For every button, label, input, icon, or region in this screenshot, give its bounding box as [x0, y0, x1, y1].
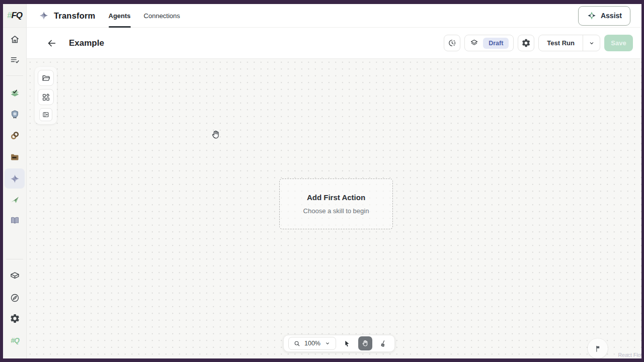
transform-logo-icon — [39, 11, 49, 21]
page-title: Example — [69, 38, 104, 48]
canvas-tool-palette — [35, 67, 57, 124]
cursor-arrow-icon — [343, 339, 351, 348]
pan-tool-button[interactable] — [358, 336, 372, 350]
test-run-button[interactable]: Test Run — [538, 35, 600, 51]
sidebar-item-skills[interactable] — [8, 86, 22, 100]
back-arrow-icon — [46, 38, 57, 49]
react-flow-attribution: React Flow — [618, 352, 641, 358]
components-button[interactable] — [38, 89, 54, 105]
linked-rings-icon — [10, 130, 20, 141]
shield-agent-icon — [10, 109, 20, 120]
placeholder-subtitle: Choose a skill to begin — [303, 207, 369, 215]
open-book-icon — [10, 215, 20, 226]
shapes-grid-icon — [41, 93, 51, 102]
report-flag-button[interactable] — [588, 338, 608, 358]
home-icon — [10, 34, 20, 45]
sidebar-item-agents[interactable] — [8, 107, 22, 121]
side-panel-icon — [42, 111, 50, 119]
paper-plane-icon — [10, 195, 20, 205]
sidebar-item-files[interactable] — [8, 150, 22, 164]
sidebar-item-learn[interactable] — [8, 269, 22, 283]
top-navigation-bar: Transform Agents Connections Assist — [27, 4, 641, 28]
back-button[interactable] — [45, 36, 59, 50]
tab-connections[interactable]: Connections — [144, 4, 180, 28]
save-button[interactable]: Save — [604, 35, 633, 51]
sidebar-item-explore[interactable] — [8, 291, 22, 305]
zoom-dropdown[interactable]: 100% — [288, 337, 336, 350]
sidebar-item-tasks[interactable] — [8, 53, 22, 67]
placeholder-title: Add First Action — [307, 193, 365, 202]
green-layers-check-icon — [10, 88, 20, 99]
sidebar-item-assistant[interactable] — [8, 171, 22, 186]
sparkle-icon — [10, 173, 20, 184]
gear-icon — [10, 313, 20, 324]
header-actions: Draft Test Run Save — [444, 35, 633, 51]
chevron-down-icon — [588, 39, 596, 47]
canvas-toolbar: 100% — [283, 335, 395, 352]
assist-sparkle-icon — [587, 11, 597, 21]
test-run-dropdown[interactable] — [583, 35, 600, 51]
zoom-level: 100% — [304, 340, 320, 347]
sidebar-item-library[interactable] — [8, 213, 22, 227]
sidebar-divider — [6, 75, 23, 76]
sidebar-item-connections[interactable] — [8, 128, 22, 142]
hand-icon — [361, 339, 369, 347]
package-box-icon — [10, 271, 20, 282]
sidebar-item-publish[interactable] — [8, 193, 22, 207]
magnifier-icon — [293, 340, 301, 347]
gear-icon — [521, 38, 531, 48]
tab-agents[interactable]: Agents — [109, 4, 131, 28]
folder-icon — [10, 152, 20, 162]
flow-canvas[interactable]: Add First Action Choose a skill to begin… — [27, 59, 641, 358]
task-list-check-icon — [10, 55, 20, 65]
assist-button[interactable]: Assist — [578, 6, 630, 26]
grab-hand-cursor — [210, 129, 221, 140]
broom-icon — [379, 339, 387, 348]
app-window: #FQ — [3, 4, 641, 358]
status-button[interactable]: Draft — [464, 35, 514, 51]
history-button[interactable] — [444, 35, 460, 51]
select-tool-button[interactable] — [341, 337, 354, 350]
fq-logo-letters: FQ — [11, 11, 22, 21]
test-run-label: Test Run — [539, 39, 583, 47]
fq-logo[interactable]: #FQ — [3, 4, 26, 28]
sidebar-divider — [6, 259, 23, 259]
folder-open-icon — [41, 73, 51, 83]
compass-icon — [10, 293, 20, 303]
panel-toggle-button[interactable] — [39, 108, 52, 121]
add-first-action-placeholder[interactable]: Add First Action Choose a skill to begin — [279, 178, 393, 229]
screen-frame: #FQ — [0, 0, 644, 362]
page-header: Example Draft Test Run Save — [27, 28, 641, 59]
history-clock-icon — [447, 38, 457, 48]
sidebar-item-settings[interactable] — [8, 311, 22, 325]
open-folder-button[interactable] — [38, 70, 54, 86]
clean-up-button[interactable] — [377, 337, 390, 350]
left-sidebar: #FQ — [3, 4, 27, 358]
app-name: Transform — [54, 11, 96, 21]
fq-logo-hash: # — [7, 11, 11, 21]
sidebar-item-home[interactable] — [8, 32, 22, 46]
layers-icon — [469, 38, 479, 48]
chevron-down-icon — [324, 340, 331, 347]
status-badge: Draft — [483, 38, 509, 49]
workflow-settings-button[interactable] — [518, 35, 534, 51]
sidebar-footer-logo: #Q — [3, 336, 27, 344]
flag-icon — [594, 344, 602, 353]
